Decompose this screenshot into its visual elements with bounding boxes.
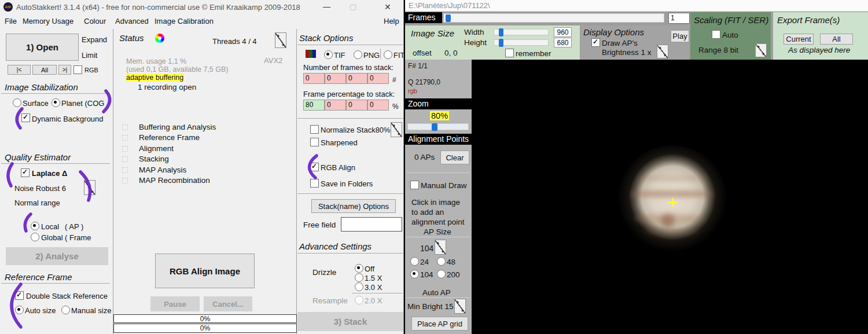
export-all-button[interactable]: All [820, 34, 853, 45]
ap-size-24-radio[interactable] [410, 257, 419, 266]
dynamic-background-label: Dynamic Background [32, 115, 104, 123]
frames-field-2[interactable]: 0 [325, 73, 346, 84]
quality-value: Q 21790,0 [408, 78, 440, 86]
zoom-slider[interactable] [407, 123, 469, 130]
surface-radio[interactable] [13, 98, 21, 107]
step-map-analysis: MAP Analysis [139, 166, 186, 174]
limit-option[interactable]: Limit [82, 51, 97, 60]
menu-help[interactable]: Help [384, 17, 399, 25]
save-in-folders-checkbox[interactable] [310, 179, 319, 188]
rgb-channels-icon [312, 50, 316, 58]
first-frame-button[interactable]: |< [8, 65, 31, 75]
png-radio[interactable] [354, 50, 362, 59]
step-indicator [122, 124, 128, 130]
height-slider-handle[interactable] [499, 39, 503, 47]
planet-cog-radio[interactable] [52, 98, 60, 107]
normalize-spinner[interactable] [391, 122, 402, 137]
all-frames-button[interactable]: All [32, 65, 57, 75]
viewer-title-path: E:\Planètes\Jup\071122\ [409, 1, 490, 10]
ap-size-200-radio[interactable] [437, 270, 446, 278]
zoom-slider-handle[interactable] [432, 123, 437, 131]
frames-unit: # [392, 76, 396, 84]
progress-bar-2: 0% [113, 324, 297, 333]
menu-memory-usage[interactable]: Memory Usage [23, 17, 73, 25]
height-slider[interactable] [494, 39, 549, 46]
menu-image-calibration[interactable]: Image Calibration [155, 17, 214, 25]
percent-field-4[interactable]: 0 [367, 100, 389, 111]
open-button[interactable]: 1) Open [6, 34, 79, 61]
menu-colour[interactable]: Colour [84, 17, 106, 25]
noise-robust-spinner[interactable] [84, 180, 95, 195]
rgb-align-checkbox[interactable] [310, 163, 319, 171]
planet-cog-label: Planet (COG [61, 99, 104, 108]
drizzle-30x-radio[interactable] [355, 282, 363, 291]
export-current-button[interactable]: Current [784, 34, 814, 45]
frames-field-3[interactable]: 0 [346, 73, 367, 84]
fit-radio[interactable] [384, 50, 392, 59]
last-frame-button[interactable]: >| [58, 65, 71, 75]
pause-button[interactable]: Pause [150, 296, 200, 311]
step-indicator [122, 178, 128, 183]
percent-field-3[interactable]: 0 [346, 100, 367, 111]
save-in-folders-label: Save in Folders [321, 179, 373, 188]
brightness-spinner[interactable] [657, 45, 668, 58]
free-field-input[interactable] [341, 217, 402, 232]
width-value-field[interactable]: 960 [554, 27, 572, 37]
frame-number-field[interactable]: 1 [668, 13, 690, 24]
maximize-icon[interactable]: ▢ [350, 2, 356, 11]
min-bright-spinner[interactable] [454, 299, 466, 314]
remember-checkbox[interactable] [505, 49, 514, 57]
ap-size-104-radio[interactable] [410, 270, 419, 278]
percent-field-1[interactable]: 80 [303, 100, 325, 111]
dynamic-background-checkbox[interactable] [21, 113, 30, 122]
sharpened-checkbox[interactable] [310, 138, 319, 146]
draw-aps-checkbox[interactable] [591, 38, 600, 47]
menu-file[interactable]: File [5, 17, 17, 25]
drizzle-15x-radio[interactable] [355, 273, 363, 282]
width-slider-handle[interactable] [499, 28, 503, 36]
frames-slider[interactable] [443, 13, 664, 23]
drizzle-off-radio[interactable] [355, 264, 363, 273]
divider [297, 193, 403, 194]
place-ap-grid-button[interactable]: Place AP grid [411, 317, 468, 331]
range-spinner[interactable] [755, 43, 767, 57]
normalize-stack-checkbox[interactable] [310, 125, 319, 134]
step-indicator [122, 146, 128, 152]
analyse-button[interactable]: 2) Analyse [6, 247, 108, 265]
ap-size-spinner[interactable] [435, 240, 446, 255]
drizzle-30x-label: 3.0 X [365, 283, 382, 292]
manual-draw-checkbox[interactable] [410, 181, 419, 189]
hint-line-1: Click in image [411, 198, 460, 207]
threads-spinner[interactable] [275, 32, 286, 48]
divider [296, 29, 297, 334]
double-stack-checkbox[interactable] [15, 291, 24, 300]
minimize-icon[interactable]: — [323, 2, 330, 11]
expand-option[interactable]: Expand [82, 35, 107, 44]
scaling-auto-checkbox[interactable] [712, 30, 720, 39]
percent-field-2[interactable]: 0 [325, 100, 346, 111]
rgb-checkbox[interactable] [73, 65, 82, 74]
manual-size-radio[interactable] [61, 306, 70, 314]
ap-size-48-radio[interactable] [437, 257, 446, 266]
menu-advanced[interactable]: Advanced [115, 17, 149, 25]
cancel-button[interactable]: Cancel... [204, 296, 252, 311]
stackname-options-button[interactable]: Stack(name) Options [311, 199, 396, 213]
play-button[interactable]: Play [671, 30, 689, 42]
image-stabilization-title: Image Stabilization [5, 82, 78, 92]
rgb-align-image-button[interactable]: RGB Align Image [155, 254, 255, 288]
stack-button[interactable]: 3) Stack [297, 312, 403, 331]
height-value-field[interactable]: 680 [554, 38, 572, 47]
resample-20x-radio[interactable] [355, 296, 363, 304]
local-radio[interactable] [31, 222, 39, 230]
tif-radio[interactable] [324, 50, 333, 59]
global-radio[interactable] [31, 233, 39, 241]
frames-slider-handle[interactable] [446, 14, 451, 22]
auto-size-radio[interactable] [15, 306, 24, 314]
close-icon[interactable]: ✕ [384, 2, 391, 12]
laplace-checkbox[interactable] [21, 168, 30, 177]
clear-aps-button[interactable]: Clear [440, 151, 469, 164]
ap-size-200-label: 200 [447, 270, 460, 279]
frames-field-1[interactable]: 0 [303, 73, 325, 84]
width-slider[interactable] [494, 29, 549, 35]
frames-field-4[interactable]: 0 [367, 73, 389, 84]
